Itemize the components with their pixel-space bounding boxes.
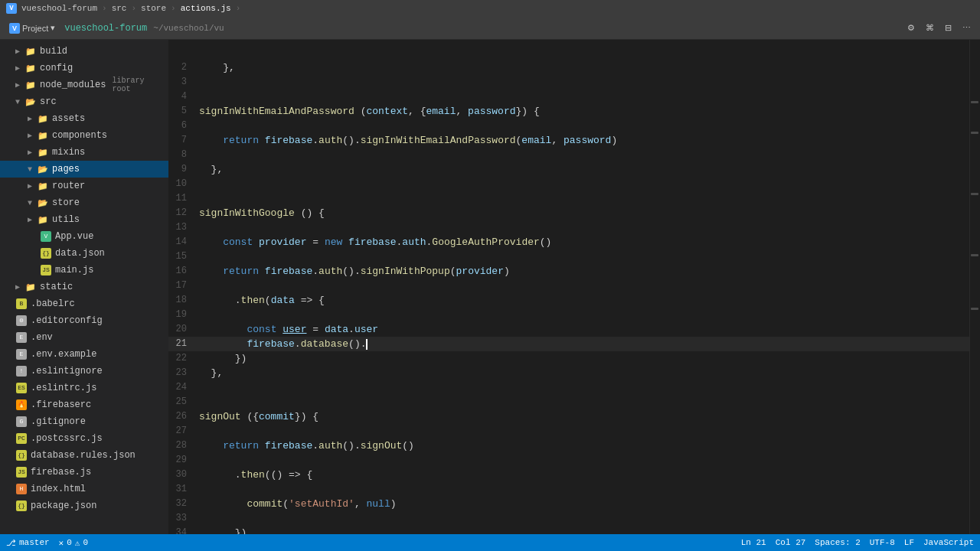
text-cursor: [366, 339, 368, 350]
chevron-icon: ▶: [28, 181, 32, 191]
file-icon: V: [40, 230, 52, 243]
json-file-icon: {}: [15, 500, 28, 512]
code-line-active: 21 firebase.database().: [168, 337, 969, 351]
sidebar-item-label: store: [52, 197, 80, 208]
status-branch[interactable]: ⎇ master: [6, 538, 50, 548]
main-area: ▶ 📁 build ▶ 📁 config ▶ 📁 node_modules li…: [0, 40, 980, 534]
eslint-file-icon: !: [15, 365, 28, 377]
status-bar: ⎇ master ✕ 0 ⚠ 0 Ln 21 Col 27 Spaces: 2 …: [0, 534, 980, 551]
code-line: [168, 46, 969, 60]
js-file-icon: JS: [40, 264, 52, 276]
sidebar-item-src[interactable]: ▼ 📂 src: [0, 93, 168, 110]
sidebar-item-config[interactable]: ▶ 📁 config: [0, 60, 168, 77]
sidebar-item-databaserules[interactable]: {} database.rules.json: [0, 447, 168, 464]
folder-icon: 📁: [37, 129, 49, 142]
sidebar-item-eslintignore[interactable]: ! .eslintignore: [0, 363, 168, 380]
sidebar-item-label: pages: [52, 164, 80, 174]
sidebar-item-build[interactable]: ▶ 📁 build: [0, 43, 168, 60]
chevron-icon: ▶: [15, 64, 20, 73]
env-file-icon: E: [15, 348, 28, 360]
chevron-icon: ▼: [28, 199, 32, 207]
sidebar-item-utils[interactable]: ▶ 📁 utils: [0, 211, 168, 228]
folder-open-icon: 📂: [37, 197, 49, 209]
breadcrumb-store[interactable]: store: [141, 4, 166, 13]
sidebar-item-router[interactable]: ▶ 📁 router: [0, 178, 168, 194]
code-line: 33: [168, 511, 969, 526]
firebase-file-icon: 🔥: [15, 399, 28, 411]
sidebar-item-label: App.vue: [55, 231, 93, 242]
project-button[interactable]: V Project ▾: [6, 21, 58, 35]
status-language[interactable]: JavaScript: [923, 538, 974, 547]
sidebar-item-postcssrc[interactable]: PC .postcssrc.js: [0, 430, 168, 447]
code-line: 18 .then(data => {: [168, 293, 969, 308]
title-bar: V vueschool-forum › src › store › action…: [0, 0, 980, 17]
project-label: Project: [22, 24, 48, 33]
sidebar-item-label: .gitignore: [31, 416, 86, 427]
status-spaces[interactable]: Spaces: 2: [815, 538, 860, 547]
code-line: 8: [168, 148, 969, 162]
sidebar-item-mixins[interactable]: ▶ 📁 mixins: [0, 144, 168, 161]
config-file-icon: ⚙: [15, 315, 28, 327]
file-explorer: ▶ 📁 build ▶ 📁 config ▶ 📁 node_modules li…: [0, 40, 168, 534]
sidebar-item-assets[interactable]: ▶ 📁 assets: [0, 110, 168, 127]
sidebar-item-label: node_modules: [40, 80, 106, 90]
sidebar-item-label: utils: [52, 214, 80, 225]
json-file-icon: {}: [15, 449, 28, 461]
status-errors[interactable]: ✕ 0 ⚠ 0: [59, 538, 88, 548]
code-line: 2 },: [168, 60, 969, 75]
code-line: 6: [168, 119, 969, 133]
js-file-icon: JS: [15, 466, 28, 478]
sidebar-item-components[interactable]: ▶ 📁 components: [0, 127, 168, 144]
sidebar-item-gitignore[interactable]: G .gitignore: [0, 413, 168, 430]
sidebar-item-store[interactable]: ▼ 📂 store: [0, 194, 168, 211]
folder-open-icon: 📂: [24, 96, 37, 108]
code-line: 4: [168, 90, 969, 104]
editor-minimap: [969, 40, 980, 534]
toolbar-actions: ⚙ ⌘ ⊟ ⋯: [904, 21, 974, 34]
sidebar-item-static[interactable]: ▶ 📁 static: [0, 279, 168, 295]
sidebar-item-label: src: [40, 96, 57, 107]
sidebar-item-editorconfig[interactable]: ⚙ .editorconfig: [0, 312, 168, 329]
dropdown-arrow: ▾: [51, 23, 55, 33]
sidebar-item-indexhtml[interactable]: H index.html: [0, 481, 168, 497]
minimap-marker: [971, 132, 978, 134]
sidebar-item-appvue[interactable]: V App.vue: [0, 228, 168, 245]
status-encoding[interactable]: UTF-8: [870, 538, 895, 547]
code-line: 16 return firebase.auth().signInWithPopu…: [168, 264, 969, 279]
sidebar-item-firebaserc[interactable]: 🔥 .firebaserc: [0, 396, 168, 413]
git-file-icon: G: [15, 416, 28, 428]
git-branch-icon: ⎇: [6, 538, 16, 548]
sidebar-item-datajson[interactable]: {} data.json: [0, 245, 168, 262]
breadcrumb-src[interactable]: src: [112, 4, 127, 13]
sidebar-item-eslintrc[interactable]: ES .eslintrc.js: [0, 380, 168, 396]
sidebar-item-babelrc[interactable]: B .babelrc: [0, 295, 168, 312]
command-button[interactable]: ⌘: [923, 21, 937, 34]
folder-icon: 📁: [24, 62, 37, 74]
sidebar-item-mainjs[interactable]: JS main.js: [0, 262, 168, 279]
folder-name: vueschool-forum: [64, 23, 147, 34]
json-file-icon: {}: [40, 247, 52, 259]
chevron-icon: ▶: [28, 131, 32, 140]
breadcrumb-file[interactable]: actions.js: [181, 4, 231, 13]
minimap-marker: [971, 101, 978, 103]
breadcrumb-project[interactable]: vueschool-forum: [21, 4, 97, 13]
sidebar-item-env[interactable]: E .env: [0, 329, 168, 346]
settings-button[interactable]: ⚙: [904, 21, 918, 34]
sidebar-item-pages[interactable]: ▼ 📂 pages: [0, 161, 168, 178]
status-endings[interactable]: LF: [904, 538, 914, 547]
sidebar-item-packagejson[interactable]: {} package.json: [0, 497, 168, 514]
split-button[interactable]: ⊟: [942, 21, 955, 34]
folder-icon: 📁: [24, 79, 37, 91]
sidebar-item-label: .env: [31, 332, 53, 343]
code-line: 20 const user = data.user: [168, 322, 969, 337]
sidebar-item-node-modules[interactable]: ▶ 📁 node_modules library root: [0, 77, 168, 93]
status-right: Ln 21 Col 27 Spaces: 2 UTF-8 LF JavaScri…: [741, 538, 974, 547]
code-line: 3: [168, 75, 969, 90]
minimap-marker: [971, 193, 978, 195]
sidebar-item-envexample[interactable]: E .env.example: [0, 346, 168, 363]
sidebar-item-firebasejs[interactable]: JS firebase.js: [0, 464, 168, 481]
code-line: 26 signOut ({commit}) {: [168, 409, 969, 424]
folder-icon: 📁: [37, 180, 49, 192]
code-editor[interactable]: 2 }, 3 4 5 signInWithEmailAndPassword (c…: [168, 40, 969, 534]
more-button[interactable]: ⋯: [959, 21, 974, 34]
